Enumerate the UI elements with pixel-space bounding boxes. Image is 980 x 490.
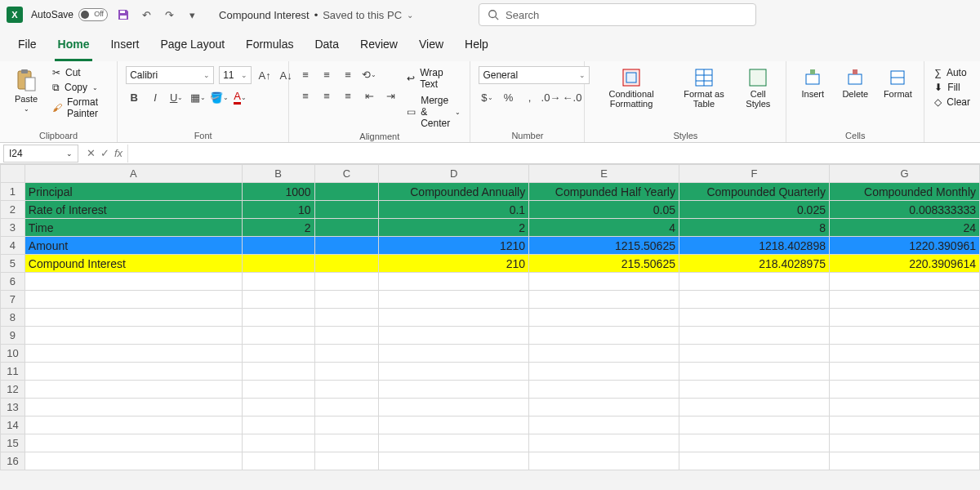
cell-D2[interactable]: 0.1 bbox=[379, 201, 529, 219]
qat-customize-icon[interactable]: ▾ bbox=[185, 7, 199, 22]
orientation-icon[interactable]: ⟲⌄ bbox=[361, 66, 377, 82]
cell-D10[interactable] bbox=[379, 345, 529, 363]
cell-C11[interactable] bbox=[314, 363, 379, 381]
borders-button[interactable]: ▦⌄ bbox=[189, 89, 206, 105]
cell-D8[interactable] bbox=[379, 309, 529, 327]
cell-A9[interactable] bbox=[24, 327, 242, 345]
tab-data[interactable]: Data bbox=[311, 33, 342, 61]
clear-button[interactable]: ◇Clear bbox=[933, 96, 972, 109]
cell-E7[interactable] bbox=[529, 291, 679, 309]
chevron-down-icon[interactable]: ⌄ bbox=[66, 149, 73, 158]
cut-button[interactable]: ✂Cut bbox=[51, 66, 109, 79]
cell-C1[interactable] bbox=[314, 183, 379, 201]
merge-center-button[interactable]: ▭Merge & Center⌄ bbox=[405, 94, 462, 130]
cell-E15[interactable] bbox=[529, 434, 679, 452]
cell-B15[interactable] bbox=[242, 434, 314, 452]
row-header-4[interactable]: 4 bbox=[1, 237, 25, 255]
cell-B6[interactable] bbox=[242, 273, 314, 291]
row-header-2[interactable]: 2 bbox=[1, 201, 25, 219]
cell-F3[interactable]: 8 bbox=[679, 219, 829, 237]
cell-C3[interactable] bbox=[314, 219, 379, 237]
cell-A1[interactable]: Principal bbox=[24, 183, 242, 201]
cancel-formula-icon[interactable]: ✕ bbox=[87, 147, 96, 159]
cell-F16[interactable] bbox=[679, 452, 829, 470]
cell-D4[interactable]: 1210 bbox=[379, 237, 529, 255]
fx-icon[interactable]: fx bbox=[114, 147, 122, 159]
cell-C10[interactable] bbox=[314, 345, 379, 363]
save-icon[interactable] bbox=[116, 7, 131, 22]
copy-button[interactable]: ⧉Copy⌄ bbox=[51, 81, 109, 94]
cell-G12[interactable] bbox=[829, 381, 979, 399]
cell-B14[interactable] bbox=[242, 416, 314, 434]
cell-D11[interactable] bbox=[379, 363, 529, 381]
format-cells-button[interactable]: Format bbox=[880, 66, 915, 100]
row-header-7[interactable]: 7 bbox=[1, 291, 25, 309]
row-header-8[interactable]: 8 bbox=[1, 309, 25, 327]
cell-D15[interactable] bbox=[379, 434, 529, 452]
tab-file[interactable]: File bbox=[15, 33, 40, 61]
cell-F9[interactable] bbox=[679, 327, 829, 345]
align-bottom-icon[interactable]: ≡ bbox=[340, 66, 356, 82]
column-header-C[interactable]: C bbox=[314, 165, 379, 183]
tab-home[interactable]: Home bbox=[55, 33, 93, 61]
spreadsheet-grid[interactable]: ABCDEFG 1Principal1000Compounded Annuall… bbox=[0, 164, 980, 470]
cell-C6[interactable] bbox=[314, 273, 379, 291]
cell-A4[interactable]: Amount bbox=[24, 237, 242, 255]
column-header-F[interactable]: F bbox=[679, 165, 829, 183]
tab-view[interactable]: View bbox=[416, 33, 447, 61]
row-header-16[interactable]: 16 bbox=[1, 452, 25, 470]
cell-B3[interactable]: 2 bbox=[242, 219, 314, 237]
cell-E5[interactable]: 215.50625 bbox=[529, 255, 679, 273]
italic-button[interactable]: I bbox=[147, 89, 163, 105]
tab-insert[interactable]: Insert bbox=[107, 33, 142, 61]
cell-C16[interactable] bbox=[314, 452, 379, 470]
row-header-10[interactable]: 10 bbox=[1, 345, 25, 363]
cell-A2[interactable]: Rate of Interest bbox=[24, 201, 242, 219]
cell-C15[interactable] bbox=[314, 434, 379, 452]
cell-B10[interactable] bbox=[242, 345, 314, 363]
decrease-decimal-icon[interactable]: ←.0 bbox=[564, 89, 580, 105]
cell-B12[interactable] bbox=[242, 381, 314, 399]
cell-C14[interactable] bbox=[314, 416, 379, 434]
font-color-button[interactable]: A⌄ bbox=[232, 89, 248, 105]
cell-G4[interactable]: 1220.390961 bbox=[829, 237, 979, 255]
cell-E10[interactable] bbox=[529, 345, 679, 363]
row-header-6[interactable]: 6 bbox=[1, 273, 25, 291]
cell-G13[interactable] bbox=[829, 399, 979, 416]
tab-review[interactable]: Review bbox=[357, 33, 401, 61]
cell-F4[interactable]: 1218.402898 bbox=[679, 237, 829, 255]
cell-F1[interactable]: Compounded Quarterly bbox=[679, 183, 829, 201]
increase-indent-icon[interactable]: ⇥ bbox=[382, 87, 399, 104]
cell-C9[interactable] bbox=[314, 327, 379, 345]
cell-G15[interactable] bbox=[829, 434, 979, 452]
cell-D5[interactable]: 210 bbox=[379, 255, 529, 273]
cell-B1[interactable]: 1000 bbox=[242, 183, 314, 201]
tab-help[interactable]: Help bbox=[461, 33, 492, 61]
cell-F7[interactable] bbox=[679, 291, 829, 309]
cell-G3[interactable]: 24 bbox=[829, 219, 979, 237]
undo-icon[interactable]: ↶ bbox=[139, 7, 154, 22]
number-format-select[interactable]: General⌄ bbox=[479, 66, 590, 84]
cell-F6[interactable] bbox=[679, 273, 829, 291]
cell-B4[interactable] bbox=[242, 237, 314, 255]
cell-D14[interactable] bbox=[379, 416, 529, 434]
cell-B13[interactable] bbox=[242, 399, 314, 416]
cell-E16[interactable] bbox=[529, 452, 679, 470]
cell-A6[interactable] bbox=[24, 273, 242, 291]
row-header-3[interactable]: 3 bbox=[1, 219, 25, 237]
chevron-down-icon[interactable]: ⌄ bbox=[407, 11, 413, 20]
format-as-table-button[interactable]: Format as Table bbox=[676, 66, 733, 110]
accept-formula-icon[interactable]: ✓ bbox=[100, 147, 109, 159]
fill-color-button[interactable]: 🪣⌄ bbox=[211, 89, 227, 105]
column-header-A[interactable]: A bbox=[24, 165, 242, 183]
cell-C7[interactable] bbox=[314, 291, 379, 309]
cell-E4[interactable]: 1215.50625 bbox=[529, 237, 679, 255]
wrap-text-button[interactable]: ↩Wrap Text bbox=[405, 66, 462, 91]
cell-A3[interactable]: Time bbox=[24, 219, 242, 237]
cell-B2[interactable]: 10 bbox=[242, 201, 314, 219]
cell-D1[interactable]: Compounded Annually bbox=[379, 183, 529, 201]
cell-F14[interactable] bbox=[679, 416, 829, 434]
column-header-G[interactable]: G bbox=[829, 165, 979, 183]
cell-C5[interactable] bbox=[314, 255, 379, 273]
row-header-9[interactable]: 9 bbox=[1, 327, 25, 345]
